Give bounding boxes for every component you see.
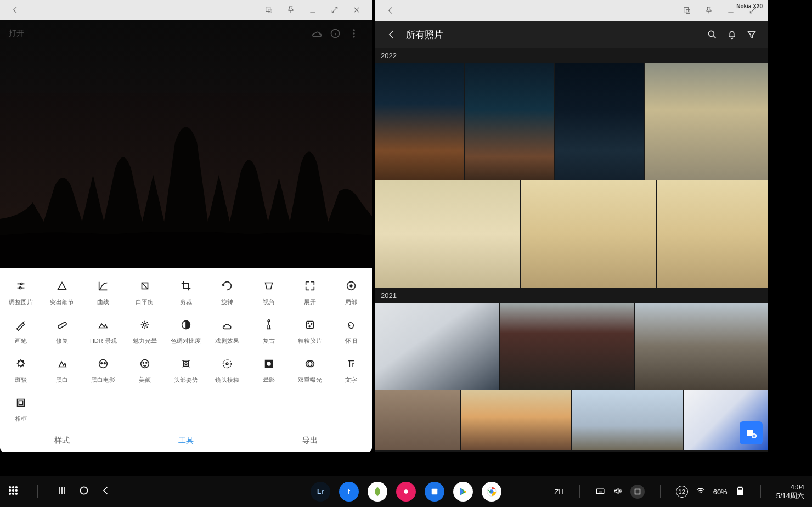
bell-icon[interactable] — [722, 25, 742, 44]
screenshot-tray-icon[interactable] — [630, 485, 645, 499]
grain-icon — [302, 317, 318, 333]
svg-rect-16 — [307, 322, 314, 329]
tool-noir[interactable]: 黑白电影 — [83, 356, 124, 384]
maximize-button[interactable] — [327, 2, 342, 18]
photo-thumb[interactable] — [500, 303, 634, 390]
close-button[interactable] — [349, 2, 364, 18]
svg-rect-1 — [268, 9, 272, 13]
add-photo-fab[interactable] — [740, 421, 763, 444]
photo-thumb[interactable] — [375, 63, 464, 180]
wifi-icon[interactable] — [696, 486, 706, 498]
tool-frame[interactable]: 相框 — [0, 395, 41, 423]
tool-vintage[interactable]: 复古 — [248, 317, 289, 345]
photo-thumb[interactable] — [635, 303, 768, 390]
sliders-icon — [13, 278, 29, 294]
keyboard-icon[interactable] — [595, 486, 605, 498]
headpose-icon — [178, 356, 194, 371]
tool-triangle[interactable]: 突出细节 — [41, 278, 82, 306]
search-icon[interactable] — [702, 25, 722, 44]
battery-icon[interactable] — [735, 486, 745, 498]
app-gallery[interactable] — [425, 482, 444, 502]
screenshot-button[interactable] — [261, 2, 277, 18]
photo-thumb[interactable] — [555, 63, 644, 180]
tool-sliders[interactable]: 调整图片 — [0, 278, 41, 306]
photo-thumb[interactable] — [645, 63, 768, 180]
apps-icon[interactable] — [8, 485, 19, 498]
tool-drama[interactable]: 戏剧效果 — [207, 317, 248, 345]
tool-target[interactable]: 局部 — [331, 278, 372, 306]
photo-thumb[interactable] — [375, 303, 499, 390]
photo-thumb[interactable] — [521, 180, 655, 288]
photo-thumb[interactable] — [657, 180, 768, 288]
tab-style[interactable]: 样式 — [0, 429, 124, 452]
info-icon[interactable] — [326, 24, 345, 43]
tool-retro[interactable]: 怀旧 — [331, 317, 372, 345]
left-titlebar — [0, 0, 372, 20]
more-icon[interactable] — [345, 24, 363, 43]
image-canvas[interactable]: 打开 — [0, 20, 372, 269]
tool-headpose[interactable]: 头部姿势 — [165, 356, 206, 384]
photo-thumb[interactable] — [465, 63, 554, 180]
tool-crop[interactable]: 剪裁 — [165, 278, 206, 306]
photo-thumb[interactable] — [461, 390, 571, 450]
cloud-icon[interactable] — [307, 24, 326, 43]
ime-indicator[interactable]: ZH — [554, 488, 563, 496]
tool-bandage[interactable]: 修复 — [41, 317, 82, 345]
tool-grain[interactable]: 粗粒胶片 — [289, 317, 330, 345]
tool-lensblur[interactable]: 镜头模糊 — [207, 356, 248, 384]
tool-expand[interactable]: 展开 — [289, 278, 330, 306]
back-button[interactable] — [8, 2, 23, 18]
screenshot-button[interactable] — [679, 3, 695, 18]
back-button[interactable] — [383, 3, 398, 18]
tool-curves[interactable]: 曲线 — [83, 278, 124, 306]
noir-icon — [95, 356, 111, 371]
svg-point-17 — [308, 323, 309, 324]
app-playstore[interactable] — [453, 482, 473, 502]
contrast-icon — [178, 317, 194, 333]
tool-rotate[interactable]: 旋转 — [207, 278, 248, 306]
back-icon[interactable] — [382, 25, 402, 44]
crop-icon — [178, 278, 194, 294]
app-chrome[interactable] — [482, 482, 501, 502]
filter-icon[interactable] — [742, 25, 762, 44]
tool-vignette[interactable]: 晕影 — [248, 356, 289, 384]
svg-point-21 — [101, 363, 103, 364]
app-pink[interactable] — [396, 482, 416, 502]
tool-contrast[interactable]: 色调对比度 — [165, 317, 206, 345]
tool-perspective[interactable]: 视角 — [248, 278, 289, 306]
home-icon[interactable] — [78, 485, 89, 498]
tool-glow[interactable]: 魅力光晕 — [124, 317, 165, 345]
tool-bw[interactable]: 黑白 — [41, 356, 82, 384]
photo-thumb[interactable] — [375, 390, 460, 450]
app-snapseed[interactable] — [368, 482, 387, 502]
tool-brush[interactable]: 画笔 — [0, 317, 41, 345]
tool-hdr[interactable]: HDR 景观 — [83, 317, 124, 345]
app-facebook[interactable]: f — [339, 482, 359, 502]
tool-double[interactable]: 双重曝光 — [289, 356, 330, 384]
minimize-button[interactable] — [305, 2, 320, 18]
recent-icon[interactable] — [57, 485, 67, 498]
notification-count[interactable]: 12 — [676, 486, 688, 498]
photo-thumb[interactable] — [572, 390, 683, 450]
tool-face[interactable]: 美颜 — [124, 356, 165, 384]
pin-button[interactable] — [283, 2, 298, 18]
perspective-icon — [261, 278, 277, 294]
tab-tool[interactable]: 工具 — [124, 429, 248, 452]
lensblur-icon — [219, 356, 235, 371]
svg-point-40 — [9, 487, 11, 488]
volume-icon[interactable] — [613, 486, 623, 498]
svg-point-13 — [143, 324, 146, 327]
nav-back-icon[interactable] — [100, 485, 111, 498]
svg-point-48 — [16, 493, 18, 495]
double-icon — [302, 356, 318, 371]
open-button[interactable]: 打开 — [9, 29, 24, 38]
clock[interactable]: 4:04 5/14周六 — [776, 483, 804, 500]
tool-text[interactable]: 文字 — [331, 356, 372, 384]
photo-thumb[interactable] — [375, 180, 520, 288]
tab-export[interactable]: 导出 — [248, 429, 372, 452]
rotate-icon — [219, 278, 235, 294]
app-lightroom[interactable]: Lr — [311, 482, 330, 502]
tool-grunge[interactable]: 斑驳 — [0, 356, 41, 384]
tool-wb[interactable]: 白平衡 — [124, 278, 165, 306]
pin-button[interactable] — [701, 3, 717, 18]
